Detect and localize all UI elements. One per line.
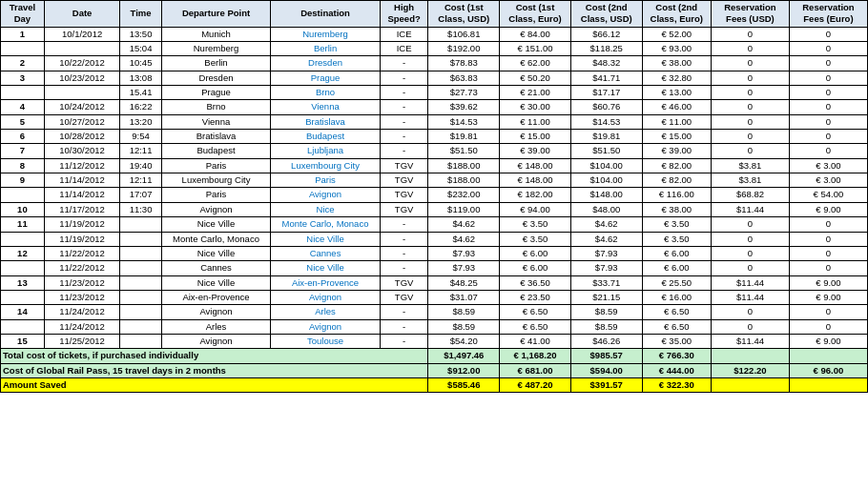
cell-cost1_usd: $8.59 [428, 319, 500, 334]
cell-departure: Avignon [161, 202, 271, 216]
cell-cost1_usd: $14.53 [428, 114, 500, 129]
cell-res_euro: 0 [789, 319, 867, 334]
cell-departure: Avignon [161, 305, 271, 319]
cell-departure: Budapest [161, 144, 271, 158]
table-row: 310/23/201213:08DresdenPrague-$63.83€ 50… [1, 71, 868, 85]
cell-res_euro: 0 [789, 42, 867, 56]
cell-time [120, 246, 161, 260]
saved-cost2-euro: € 322.30 [642, 377, 711, 392]
cell-cost1_usd: $39.62 [428, 100, 500, 114]
table-row: 610/28/20129:54BratislavaBudapest-$19.81… [1, 130, 868, 144]
cell-departure: Nice Ville [161, 246, 271, 260]
cell-travel_day: 1 [1, 27, 45, 41]
cell-date: 10/23/2012 [44, 71, 120, 85]
cell-destination: Bratislava [271, 114, 381, 129]
cell-time [120, 217, 161, 232]
header-cost2-euro: Cost (2nd Class, Euro) [642, 1, 711, 28]
cell-date [44, 42, 120, 56]
cell-cost2_euro: € 93.00 [642, 42, 711, 56]
cell-res_usd: 0 [711, 144, 789, 158]
cell-date: 11/23/2012 [44, 275, 120, 290]
cell-destination: Ljubljana [271, 144, 381, 158]
cell-cost2_euro: € 32.80 [642, 71, 711, 85]
saved-cost2-usd: $391.57 [570, 377, 642, 392]
table-row: 11/24/2012ArlesAvignon-$8.59€ 6.50$8.59€… [1, 319, 868, 334]
cell-date: 10/22/2012 [44, 56, 120, 71]
cell-departure: Bratislava [161, 130, 271, 144]
cell-destination: Avignon [271, 290, 381, 304]
cell-high_speed: - [380, 114, 428, 129]
cell-cost1_usd: $8.59 [428, 305, 500, 319]
cell-destination: Aix-en-Provence [271, 275, 381, 290]
cell-time [120, 275, 161, 290]
cell-cost1_euro: € 21.00 [500, 86, 571, 100]
cell-travel_day: 12 [1, 246, 45, 260]
pass-label: Cost of Global Rail Pass, 15 travel days… [1, 363, 428, 377]
cell-departure: Nuremberg [161, 42, 271, 56]
cell-cost1_euro: € 6.50 [500, 305, 571, 319]
cell-cost2_usd: $118.25 [570, 42, 642, 56]
cell-res_usd: 0 [711, 217, 789, 232]
cell-cost1_euro: € 3.50 [500, 217, 571, 232]
cell-time [120, 334, 161, 348]
cell-high_speed: - [380, 305, 428, 319]
cell-res_usd: 0 [711, 114, 789, 129]
cell-cost2_usd: $7.93 [570, 246, 642, 260]
cell-travel_day: 5 [1, 114, 45, 129]
cell-date: 10/1/2012 [44, 27, 120, 41]
cell-departure: Brno [161, 100, 271, 114]
table-row: 1011/17/201211:30AvignonNiceTGV$119.00€ … [1, 202, 868, 216]
cell-cost2_usd: $8.59 [570, 319, 642, 334]
cell-cost2_euro: € 25.50 [642, 275, 711, 290]
cell-high_speed: - [380, 334, 428, 348]
cell-cost1_usd: $4.62 [428, 232, 500, 246]
cell-destination: Monte Carlo, Monaco [271, 217, 381, 232]
main-table: Travel Day Date Time Departure Point Des… [0, 0, 868, 393]
cell-travel_day: 15 [1, 334, 45, 348]
cell-time: 13:08 [120, 71, 161, 85]
cell-cost2_euro: € 11.00 [642, 114, 711, 129]
cell-high_speed: TGV [380, 290, 428, 304]
cell-cost2_usd: $8.59 [570, 305, 642, 319]
table-row: 15.41PragueBrno-$27.73€ 21.00$17.17€ 13.… [1, 86, 868, 100]
cell-cost1_euro: € 36.50 [500, 275, 571, 290]
cell-cost1_usd: $78.83 [428, 56, 500, 71]
cell-time: 15:04 [120, 42, 161, 56]
cell-high_speed: - [380, 232, 428, 246]
cell-departure: Arles [161, 319, 271, 334]
cell-date: 11/19/2012 [44, 232, 120, 246]
cell-res_euro: 0 [789, 305, 867, 319]
cell-high_speed: - [380, 319, 428, 334]
cell-cost1_euro: € 148.00 [500, 173, 571, 188]
table-row: 11/22/2012CannesNice Ville-$7.93€ 6.00$7… [1, 261, 868, 275]
cell-cost2_euro: € 82.00 [642, 158, 711, 173]
cell-res_usd: 0 [711, 246, 789, 260]
cell-travel_day: 11 [1, 217, 45, 232]
cell-departure: Berlin [161, 56, 271, 71]
pass-res-euro: € 96.00 [789, 363, 867, 377]
cell-cost2_usd: $104.00 [570, 158, 642, 173]
cell-res_usd: $11.44 [711, 202, 789, 216]
cell-time: 13:50 [120, 27, 161, 41]
cell-destination: Berlin [271, 42, 381, 56]
cell-cost2_euro: € 3.50 [642, 217, 711, 232]
cell-cost1_euro: € 62.00 [500, 56, 571, 71]
pass-cost2-euro: € 444.00 [642, 363, 711, 377]
cell-cost2_euro: € 39.00 [642, 144, 711, 158]
cell-cost2_euro: € 46.00 [642, 100, 711, 114]
cell-time: 9:54 [120, 130, 161, 144]
cell-destination: Cannes [271, 246, 381, 260]
cell-destination: Toulouse [271, 334, 381, 348]
cell-time: 19:40 [120, 158, 161, 173]
cell-destination: Budapest [271, 130, 381, 144]
cell-res_euro: 0 [789, 144, 867, 158]
cell-time [120, 261, 161, 275]
cell-travel_day: 9 [1, 173, 45, 188]
cell-time: 10:45 [120, 56, 161, 71]
cell-res_usd: $3.81 [711, 158, 789, 173]
cell-cost2_usd: $51.50 [570, 144, 642, 158]
cell-cost2_usd: $4.62 [570, 217, 642, 232]
cell-destination: Prague [271, 71, 381, 85]
cell-time [120, 290, 161, 304]
cell-departure: Cannes [161, 261, 271, 275]
